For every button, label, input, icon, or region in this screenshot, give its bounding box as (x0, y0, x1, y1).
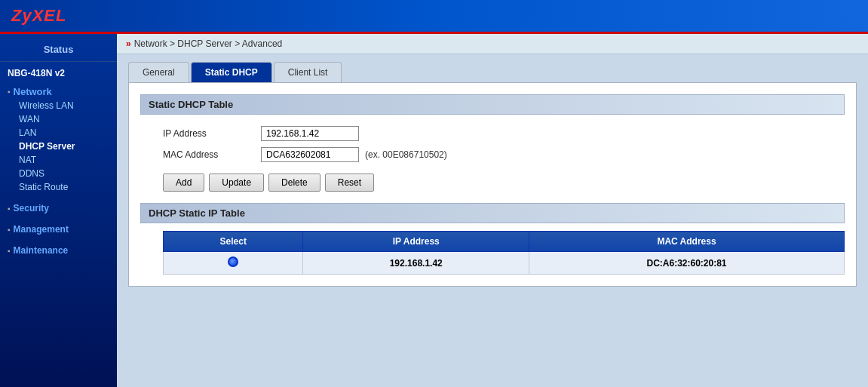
sidebar-section-management: ▪ Management (0, 218, 117, 239)
mac-address-input[interactable] (261, 147, 359, 162)
action-buttons: Add Update Delete Reset (140, 174, 845, 192)
sidebar-section-network: ▪ Network Wireless LAN WAN LAN DHCP Serv… (0, 81, 117, 197)
plus-icon-maintenance: ▪ (8, 247, 11, 255)
ip-address-input[interactable] (261, 126, 359, 141)
breadcrumb: » Network > DHCP Server > Advanced (117, 34, 868, 54)
tab-general[interactable]: General (128, 62, 189, 82)
sidebar-section-maintenance: ▪ Maintenance (0, 239, 117, 260)
sidebar-item-ddns[interactable]: DDNS (8, 167, 109, 180)
sidebar-item-wireless-lan[interactable]: Wireless LAN (8, 99, 109, 112)
sidebar-item-management[interactable]: ▪ Management (8, 221, 109, 236)
sidebar-item-dhcp-server[interactable]: DHCP Server (8, 140, 109, 153)
ip-address-label: IP Address (163, 128, 261, 139)
main-panel: Static DHCP Table IP Address MAC Address… (128, 82, 857, 287)
content-area: General Static DHCP Client List Static D… (117, 54, 868, 387)
update-button[interactable]: Update (209, 174, 264, 192)
plus-icon-security: ▪ (8, 204, 11, 213)
row-select-cell[interactable] (164, 252, 303, 275)
mac-hint: (ex. 00E086710502) (365, 149, 447, 160)
logo-text: ZyXEL (11, 6, 66, 25)
add-button[interactable]: Add (163, 174, 204, 192)
table-row: 192.168.1.42 DC:A6:32:60:20:81 (164, 252, 845, 275)
sidebar-status[interactable]: Status (0, 38, 117, 62)
reset-button[interactable]: Reset (325, 174, 374, 192)
sidebar-item-nat[interactable]: NAT (8, 153, 109, 167)
sidebar-item-lan[interactable]: LAN (8, 126, 109, 140)
sidebar-security-label: Security (14, 203, 49, 213)
header: ZyXEL (0, 0, 868, 34)
sidebar: Status NBG-418N v2 ▪ Network Wireless LA… (0, 34, 117, 387)
dhcp-table-section-title: DHCP Static IP Table (140, 203, 845, 223)
tab-static-dhcp[interactable]: Static DHCP (191, 62, 272, 82)
sidebar-section-security: ▪ Security (0, 197, 117, 218)
sidebar-item-network[interactable]: ▪ Network (8, 84, 109, 99)
minus-icon: ▪ (8, 88, 11, 96)
tab-bar: General Static DHCP Client List (128, 62, 857, 82)
logo: ZyXEL (11, 6, 66, 26)
row-ip-cell: 192.168.1.42 (303, 252, 529, 275)
mac-address-label: MAC Address (163, 149, 261, 160)
sidebar-item-static-route[interactable]: Static Route (8, 180, 109, 194)
tab-client-list[interactable]: Client List (274, 62, 342, 82)
row-mac-cell: DC:A6:32:60:20:81 (529, 252, 845, 275)
col-ip-address: IP Address (303, 232, 529, 252)
sidebar-network-label: Network (14, 86, 52, 97)
delete-button[interactable]: Delete (268, 174, 321, 192)
sidebar-maintenance-label: Maintenance (14, 245, 69, 256)
plus-icon-management: ▪ (8, 226, 11, 234)
mac-address-row: MAC Address (ex. 00E086710502) (140, 147, 845, 162)
dhcp-static-ip-table: Select IP Address MAC Address 192.168.1.… (163, 231, 845, 275)
breadcrumb-path: Network > DHCP Server > Advanced (134, 38, 283, 49)
sidebar-item-security[interactable]: ▪ Security (8, 200, 109, 215)
col-mac-address: MAC Address (529, 232, 845, 252)
sidebar-management-label: Management (14, 224, 69, 235)
sidebar-item-wan[interactable]: WAN (8, 112, 109, 126)
sidebar-item-maintenance[interactable]: ▪ Maintenance (8, 242, 109, 257)
radio-selected-icon[interactable] (228, 256, 238, 267)
sidebar-device: NBG-418N v2 (0, 62, 117, 81)
ip-address-row: IP Address (140, 126, 845, 141)
breadcrumb-arrow: » (126, 38, 131, 49)
col-select: Select (164, 232, 303, 252)
static-dhcp-section-title: Static DHCP Table (140, 94, 845, 115)
main-content: » Network > DHCP Server > Advanced Gener… (117, 34, 868, 387)
